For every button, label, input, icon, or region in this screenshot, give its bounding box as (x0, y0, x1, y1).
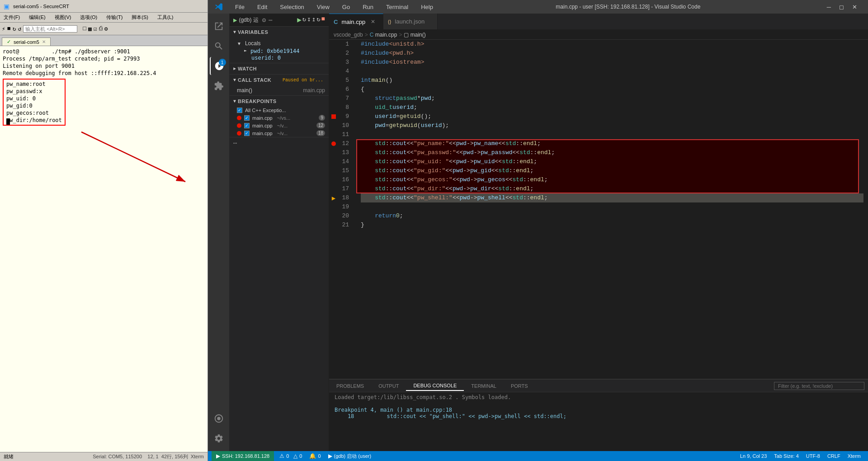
status-encoding[interactable]: UTF-8 (802, 453, 824, 459)
ln-12: 12 (338, 139, 353, 148)
bp-dot-2 (237, 123, 241, 128)
activity-settings[interactable] (210, 429, 228, 447)
toolbar-icon-copy[interactable]: □ (83, 25, 86, 32)
menu-edit[interactable]: Edit (255, 2, 270, 12)
breadcrumb-vscode-gdb[interactable]: vscode_gdb (334, 32, 363, 38)
sidebar-more-btn[interactable]: ⋯ (233, 139, 237, 147)
activity-search[interactable] (210, 37, 228, 55)
step-over-btn[interactable]: ↻ (302, 15, 306, 24)
code-line-6: { (361, 85, 863, 94)
status-line-ending[interactable]: CRLF (824, 453, 844, 459)
bottom-tab-terminal[interactable]: TERMINAL (464, 381, 504, 390)
menu-script[interactable]: 脚本(S) (130, 13, 150, 22)
code-content[interactable]: #include <unistd.h> #include <pwd.h> #in… (356, 40, 868, 379)
bottom-tab-problems[interactable]: PROBLEMS (329, 381, 371, 390)
status-gdb-item[interactable]: ▶ (gdb) 启动 (user) (325, 451, 375, 461)
step-out-btn[interactable]: ↥ (312, 15, 316, 24)
menu-tools[interactable]: 工具(L) (156, 13, 175, 22)
bottom-tab-ports[interactable]: PORTS (504, 381, 535, 390)
securecrt-tabbar: ✓ serial-com5 ✕ (0, 35, 208, 46)
code-editor: ▶ 1 2 3 4 (329, 40, 868, 379)
status-lang[interactable]: Xterm (844, 453, 864, 459)
debug-badge: 1 (219, 59, 226, 66)
debug-more-icon[interactable]: ⋯ (269, 16, 272, 24)
window-restore[interactable]: ◻ (836, 2, 847, 12)
activity-explorer[interactable] (210, 17, 228, 35)
status-bell-item[interactable]: 🔔 0 (306, 451, 324, 461)
activity-extensions[interactable] (210, 77, 228, 95)
host-input[interactable] (23, 25, 77, 33)
debug-session-label[interactable]: (gdb) 运 (239, 16, 258, 24)
menu-help[interactable]: Help (418, 2, 436, 12)
window-close[interactable]: ✕ (849, 2, 860, 12)
menu-file[interactable]: 文件(F) (2, 13, 22, 22)
window-minimize[interactable]: ─ (824, 2, 834, 12)
restart-btn[interactable]: ↻ (316, 15, 320, 24)
ln-11: 11 (338, 130, 353, 139)
breadcrumb-func[interactable]: ▢ main() (404, 32, 425, 38)
toolbar-icon-print[interactable]: ⎙ (99, 25, 103, 32)
filter-input[interactable] (774, 382, 864, 390)
status-line-col[interactable]: Ln 9, Col 23 (736, 453, 770, 459)
warning-count: 0 (299, 453, 302, 459)
bp-item-2[interactable]: ✓ main.cpp ~/v... 12 (230, 122, 329, 129)
toolbar-icon-stop[interactable]: ■ (7, 25, 11, 32)
debug-console-line-3: Breakpoint 4, main () at main.cpp:18 (335, 407, 863, 413)
editor-area: C main.cpp ✕ {} launch.json vscode_gdb > (329, 14, 868, 451)
code-line-7: struct passwd* pwd; (361, 94, 863, 103)
var-pwd-expand[interactable]: ► (244, 48, 247, 54)
tab-launch-json[interactable]: {} launch.json (383, 14, 438, 29)
activity-remote[interactable] (210, 409, 228, 428)
toolbar-icon-find[interactable]: ☑ (94, 25, 97, 33)
toolbar-icon-lightning[interactable]: ⚡ (2, 25, 5, 33)
gutter-8 (329, 103, 338, 112)
breakpoints-title: BREAKPOINTS (238, 99, 277, 104)
bottom-tab-debug-console[interactable]: DEBUG CONSOLE (406, 381, 464, 391)
toolbar-icon-connect[interactable]: ▩ (88, 25, 92, 33)
toolbar-icon-refresh[interactable]: ↻ (13, 25, 16, 33)
menu-view[interactable]: View (314, 2, 332, 12)
tab-close-cpp[interactable]: ✕ (371, 19, 375, 25)
menu-file[interactable]: File (232, 2, 247, 12)
watch-header[interactable]: ► WATCH (230, 63, 329, 74)
menu-view[interactable]: 视图(V) (53, 13, 73, 22)
callstack-item-main[interactable]: main() main.cpp (230, 86, 329, 94)
debug-gear-icon[interactable]: ⚙ (262, 16, 266, 24)
bp-all-cpp[interactable]: ✓ All C++ Exceptio... (230, 107, 329, 114)
callstack-file: main.cpp (303, 87, 325, 94)
status-ssh-item[interactable]: ▶ SSH: 192.168.81.128 (212, 451, 274, 461)
tab-main-cpp[interactable]: C main.cpp ✕ (329, 14, 383, 29)
breadcrumb: vscode_gdb > C main.cpp > ▢ main() (329, 30, 868, 40)
tab-close-btn[interactable]: ✕ (42, 39, 46, 44)
breakpoints-header[interactable]: ▼ BREAKPOINTS (230, 96, 329, 107)
variables-header[interactable]: ▼ VARIABLES (230, 27, 329, 38)
step-into-btn[interactable]: ↧ (307, 15, 311, 24)
toolbar-icon-refresh2[interactable]: ↺ (18, 25, 21, 33)
arrow-indicator (81, 132, 194, 186)
term-pw-dir: pw_dir:/home/root (6, 117, 62, 124)
menu-run[interactable]: Run (360, 2, 376, 12)
menu-options[interactable]: 选项(O) (78, 13, 99, 22)
status-tab-size[interactable]: Tab Size: 4 (770, 453, 802, 459)
breadcrumb-file[interactable]: C main.cpp (370, 32, 397, 38)
bp-file-3: main.cpp (252, 131, 273, 136)
bp-item-1[interactable]: ✓ main.cpp ~/vs... 9 (230, 114, 329, 122)
status-text: 就绪 (4, 453, 14, 460)
securecrt-tab-active[interactable]: ✓ serial-com5 ✕ (2, 38, 51, 46)
menu-edit[interactable]: 编辑(E) (27, 13, 47, 22)
bp-item-3[interactable]: ✓ main.cpp ~/v... 18 (230, 129, 329, 137)
continue-btn[interactable]: ▶ (297, 15, 302, 24)
menu-selection[interactable]: Selection (277, 2, 307, 12)
locals-header[interactable]: ▼ Locals (230, 39, 329, 47)
toolbar-icon-settings[interactable]: ⚙ (104, 25, 108, 33)
callstack-header[interactable]: ▼ CALL STACK Paused on br... (230, 75, 329, 85)
bottom-tab-output[interactable]: OUTPUT (371, 381, 406, 390)
variables-content: ▼ Locals ► pwd: 0xb6e19144 userid: 0 (230, 38, 329, 63)
stop-btn[interactable]: ■ (321, 15, 325, 24)
activity-debug[interactable]: 1 (210, 57, 228, 75)
menu-transfer[interactable]: 传输(T) (104, 13, 124, 22)
menu-go[interactable]: Go (340, 2, 353, 12)
menu-terminal[interactable]: Terminal (383, 2, 411, 12)
callstack-paused-label: Paused on br... (283, 78, 323, 83)
status-errors-item[interactable]: ⚠ 0 △ 0 (276, 451, 306, 461)
